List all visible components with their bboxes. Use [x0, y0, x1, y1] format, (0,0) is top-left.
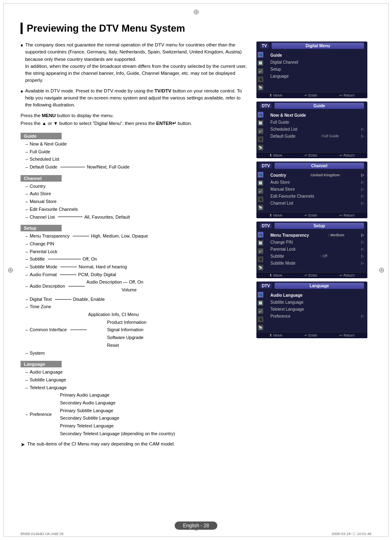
tv-menu-item: Auto Store ▷: [270, 179, 364, 186]
panel-icons-4: 📺 🔄 🔊 ⚙ 📡: [256, 230, 265, 272]
tv-icon: 🔄: [258, 60, 263, 66]
press-instructions: Press the MENU button to display the men…: [21, 112, 248, 127]
tv-panel-digital-menu: TV Digital Menu 📺 🔄 🔊 ⚙ 📡 Guide Digital …: [256, 42, 367, 98]
list-item: –Time Zone: [25, 303, 248, 311]
bullet-item-1: ♦ The company does not guarantee the nor…: [21, 42, 248, 84]
list-item: –Common Interface Application Info, CI M…: [25, 311, 248, 349]
tv-menu-item: Subtitle Mode ▷: [270, 260, 364, 267]
tv-icon: 📺: [258, 172, 263, 178]
list-item: –Auto Store: [25, 190, 248, 198]
guide-menu-header: Guide: [21, 133, 62, 139]
list-item: –Scheduled List: [25, 155, 248, 163]
tv-menu-item: Subtitle Language: [270, 299, 364, 306]
tv-menu-item: Menu Transparency : Medium ▷: [270, 232, 364, 239]
footer-move: ⬆ Move: [269, 333, 282, 337]
panel-body-setup: Menu Transparency : Medium ▷ Change PIN …: [265, 230, 367, 272]
page-title: Previewing the DTV Menu System: [21, 23, 371, 34]
tv-label-2: DTV: [260, 103, 272, 108]
tv-menu-item: Preference ▷: [270, 313, 364, 320]
list-item: –Subtitle Off, On: [25, 255, 248, 263]
tv-icon: 🔊: [258, 128, 263, 134]
bullet-diamond-2: ♦: [21, 88, 23, 109]
panel-title-language: Language: [274, 283, 364, 289]
tv-icon: 📡: [258, 205, 263, 210]
tv-menu-item: Scheduled List ▷: [270, 126, 364, 133]
list-item: –Audio Language: [25, 368, 248, 376]
sub-note-text: The sub-items of the CI Menu may vary de…: [27, 441, 175, 446]
english-badge: English - 28: [175, 522, 217, 530]
guide-menu-section: Guide –Now & Next Guide –Full Guide –Sch…: [21, 133, 248, 171]
panel-header-digital: TV Digital Menu: [256, 42, 367, 50]
footer-return: ↩ Return: [339, 93, 355, 97]
tv-menu-item: Guide: [270, 52, 364, 59]
footer-return: ↩ Return: [339, 153, 355, 157]
list-item: –Digital Text Disable, Enable: [25, 295, 248, 303]
tv-menu-item: Digital Channel: [270, 59, 364, 66]
tv-menu-item: Channel List ▷: [270, 200, 364, 207]
list-item: –Country: [25, 182, 248, 190]
bullet-text-2: Available in DTV mode. Preset to the DTV…: [25, 88, 248, 109]
tv-menu-item: Audio Language: [270, 292, 364, 299]
panel-header-guide: DTV Guide: [256, 102, 367, 110]
footer-info: BN68-01464D-UK.indd 28 2008-03-18 □□ 10:…: [21, 532, 371, 536]
footer-enter: ↵ Enter: [304, 273, 318, 277]
tv-icon: 🔄: [258, 180, 263, 186]
panel-icons-3: 📺 🔄 🔊 ⚙ 📡: [256, 170, 265, 212]
tv-icon: 🔊: [258, 188, 263, 194]
panel-header-channel: DTV Channel: [256, 162, 367, 170]
panel-icons-2: 📺 🔄 🔊 ⚙ 📡: [256, 110, 265, 152]
page-bottom: English - 28: [0, 522, 392, 530]
footer-enter: ↵ Enter: [304, 93, 318, 97]
tv-label-1: TV: [260, 43, 269, 48]
tv-panel-channel: DTV Channel 📺 🔄 🔊 ⚙ 📡 Country :United Ki…: [256, 162, 367, 218]
list-item: –Teletext Language: [25, 384, 248, 392]
tv-label-3: DTV: [260, 163, 272, 168]
panel-title-setup: Setup: [274, 223, 364, 229]
panel-footer-4: ⬆ Move ↵ Enter ↩ Return: [256, 272, 367, 278]
tv-icon: 📡: [258, 145, 263, 150]
footer-return: ↩ Return: [339, 333, 355, 337]
bullet-diamond-1: ♦: [21, 42, 23, 84]
list-item: –Menu Transparency High, Medium, Low, Op…: [25, 232, 248, 240]
panel-footer-1: ⬆ Move ↵ Enter ↩ Return: [256, 92, 367, 98]
tv-icon: 🔄: [258, 300, 263, 306]
tv-icon: 🔊: [258, 308, 263, 314]
list-item: –Change PIN: [25, 240, 248, 248]
tv-icon: 📡: [258, 85, 263, 90]
tv-menu-item: Parental Lock ▷: [270, 246, 364, 253]
tv-panel-language: DTV Language 📺 🔄 🔊 ⚙ 📡 Audio Language Su…: [256, 282, 367, 338]
list-item: –Subtitle Mode Normal, Hard of hearing: [25, 263, 248, 271]
tv-icon: 📺: [258, 292, 263, 298]
panel-title-guide: Guide: [274, 103, 364, 109]
tv-panel-setup: DTV Setup 📺 🔄 🔊 ⚙ 📡 Menu Transparency : …: [256, 222, 367, 278]
tv-menu-item: Manual Store ▷: [270, 186, 364, 193]
footer-enter: ↵ Enter: [304, 333, 318, 337]
tv-panel-guide: DTV Guide 📺 🔄 🔊 ⚙ 📡 Now & Next Guide Ful…: [256, 102, 367, 158]
right-column: TV Digital Menu 📺 🔄 🔊 ⚙ 📡 Guide Digital …: [256, 42, 371, 448]
panel-icons-1: 📺 🔄 🔊 ⚙ 📡: [256, 50, 265, 92]
footer-move: ⬆ Move: [269, 153, 282, 157]
panel-body-guide: Now & Next Guide Full Guide Scheduled Li…: [265, 110, 367, 152]
list-item: –Manual Store: [25, 198, 248, 205]
footer-return: ↩ Return: [339, 273, 355, 277]
tv-menu-item: Subtitle : Off ▷: [270, 253, 364, 260]
panel-body-channel: Country :United Kingdom ▷ Auto Store ▷ M…: [265, 170, 367, 212]
language-menu-header: Language: [21, 361, 62, 367]
list-item: –System: [25, 349, 248, 357]
footer-enter: ↵ Enter: [304, 153, 318, 157]
footer-move: ⬆ Move: [269, 93, 282, 97]
tv-icon: 🔄: [258, 240, 263, 246]
list-item: –Audio Description Audio Description — O…: [25, 278, 248, 293]
setup-menu-header: Setup: [21, 225, 62, 231]
tv-icon: 🔄: [258, 120, 263, 126]
tv-label-5: DTV: [260, 283, 272, 288]
channel-menu-section: Channel –Country –Auto Store –Manual Sto…: [21, 175, 248, 221]
list-item: –Channel List All, Favourites, Default: [25, 213, 248, 221]
panel-body-digital: Guide Digital Channel Setup Language: [265, 50, 367, 92]
footer-move: ⬆ Move: [269, 213, 282, 217]
sub-note: ➤ The sub-items of the CI Menu may vary …: [21, 441, 248, 448]
tv-menu-item: Teletext Language: [270, 306, 364, 313]
tv-icon: 🔊: [258, 68, 263, 74]
tv-menu-item: Full Guide: [270, 119, 364, 126]
content-area: ♦ The company does not guarantee the nor…: [21, 42, 371, 448]
